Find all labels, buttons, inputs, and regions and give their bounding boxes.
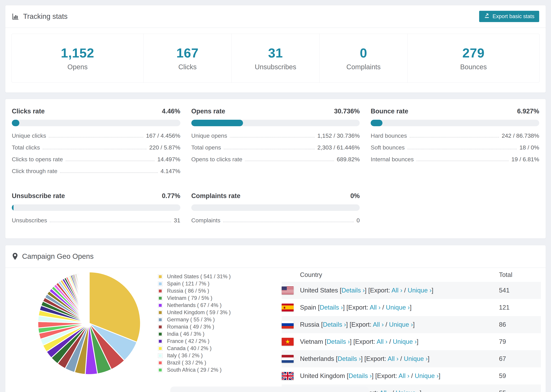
export-all-link[interactable]: All › <box>391 287 403 294</box>
page: Tracking stats Export basic stats 1,152O… <box>0 5 551 392</box>
rate-title: Bounce rate <box>371 108 408 115</box>
details-link[interactable]: Details › <box>327 338 350 345</box>
export-unique-link[interactable]: Unique › <box>396 389 420 392</box>
details-link[interactable]: Details › <box>320 304 343 311</box>
legend-item-south-africa[interactable]: South Africa ( 29 / 2% ) <box>158 366 267 373</box>
rate-metric-value: 14.497% <box>157 156 180 163</box>
rate-metric-value: 31 <box>174 217 180 224</box>
stat-value: 1,152 <box>61 45 94 60</box>
stat-value: 31 <box>268 45 283 60</box>
legend-swatch-icon <box>158 361 162 365</box>
rate-title: Complaints rate <box>191 192 240 200</box>
dotted-leader <box>410 137 499 138</box>
details-link[interactable]: Details › <box>349 372 372 379</box>
details-link[interactable]: Details › <box>338 355 361 362</box>
details-link[interactable]: Details › <box>323 321 346 328</box>
stat-value: 279 <box>462 45 485 60</box>
progress-track <box>191 120 360 126</box>
rate-value: 6.927% <box>517 108 539 115</box>
tracking-stats-title: Tracking stats <box>23 12 68 21</box>
dotted-leader <box>224 149 315 149</box>
legend-item-india[interactable]: India ( 46 / 3% ) <box>158 330 267 338</box>
rate-value: 30.736% <box>334 108 360 115</box>
legend-item-romania[interactable]: Romania ( 49 / 3% ) <box>158 323 267 330</box>
legend-label: Spain ( 121 / 7% ) <box>167 281 209 287</box>
export-unique-link[interactable]: Unique › <box>386 304 410 311</box>
rate-metric-value: 242 / 86.738% <box>502 132 539 139</box>
export-unique-link[interactable]: Unique › <box>415 372 438 379</box>
geo-header: Campaign Geo Opens <box>5 245 546 268</box>
rates-grid: Clicks rate4.46%Unique clicks167 / 4.456… <box>12 106 539 229</box>
legend-swatch-icon <box>158 289 162 293</box>
dotted-leader <box>407 149 517 149</box>
legend-label: United States ( 541 / 31% ) <box>167 273 231 280</box>
rate-metric-row: Complaints0 <box>191 217 360 224</box>
total-cell: 86 <box>499 321 541 328</box>
legend-swatch-icon <box>158 274 162 279</box>
legend-item-netherlands[interactable]: Netherlands ( 67 / 4% ) <box>158 302 267 309</box>
rate-metric-row: Unique clicks167 / 4.456% <box>12 132 180 139</box>
export-all-link[interactable]: All › <box>377 338 388 345</box>
country-cell: Netherlands [Details ›] [Export: All › /… <box>282 355 499 363</box>
rate-metric-row: Internal bounces19 / 6.81% <box>371 156 539 163</box>
legend-swatch-icon <box>158 339 162 343</box>
geo-title: Campaign Geo Opens <box>22 252 94 260</box>
country-row-es: Spain [Details ›] [Export: All › / Uniqu… <box>282 299 541 316</box>
export-all-link[interactable]: All › <box>373 321 384 328</box>
export-unique-link[interactable]: Unique › <box>404 355 428 362</box>
bar-chart-icon <box>12 13 19 20</box>
rate-panel-head: Unsubscribe rate0.77% <box>12 190 180 200</box>
legend-item-brazil[interactable]: Brazil ( 33 / 2% ) <box>158 359 267 366</box>
country-row-text: Vietnam [Details ›] [Export: All › / Uni… <box>300 338 418 345</box>
stat-label: Complaints <box>346 63 381 71</box>
legend-item-france[interactable]: France ( 42 / 2% ) <box>158 338 267 345</box>
rate-metric-value: 4.147% <box>161 168 180 175</box>
legend-swatch-icon <box>158 332 162 336</box>
export-all-link[interactable]: All › <box>388 355 399 362</box>
rate-value: 0.77% <box>162 192 180 200</box>
legend-swatch-icon <box>158 317 162 322</box>
rate-panel-unsubscribe-rate: Unsubscribe rate0.77%Unsubscribes31 <box>12 190 180 229</box>
export-basic-stats-button[interactable]: Export basic stats <box>479 11 539 22</box>
legend-item-united-states[interactable]: United States ( 541 / 31% ) <box>158 273 267 280</box>
legend-label: Netherlands ( 67 / 4% ) <box>167 302 222 308</box>
legend-item-canada[interactable]: Canada ( 40 / 2% ) <box>158 345 267 352</box>
details-link[interactable]: Details › <box>342 287 365 294</box>
legend-item-united-kingdom[interactable]: United Kingdom ( 59 / 3% ) <box>158 309 267 316</box>
legend-label: South Africa ( 29 / 2% ) <box>167 367 222 373</box>
tracking-stats-title-group: Tracking stats <box>12 12 68 21</box>
tracking-stats-card: Tracking stats Export basic stats 1,152O… <box>5 5 546 93</box>
rate-panel-head: Clicks rate4.46% <box>12 106 180 116</box>
export-unique-link[interactable]: Unique › <box>408 287 431 294</box>
legend-swatch-icon <box>158 353 162 358</box>
rate-metric-value: 18 / 0% <box>520 144 539 151</box>
rate-panel-complaints-rate: Complaints rate0%Complaints0 <box>191 190 360 229</box>
export-all-link[interactable]: All › <box>380 389 390 392</box>
legend-item-russia[interactable]: Russia ( 86 / 5% ) <box>158 287 267 294</box>
legend-item-spain[interactable]: Spain ( 121 / 7% ) <box>158 280 267 287</box>
export-all-link[interactable]: All › <box>399 372 410 379</box>
country-cell: Vietnam [Details ›] [Export: All › / Uni… <box>282 338 499 346</box>
column-header-total: Total <box>499 271 541 279</box>
gb-flag-icon <box>282 372 294 380</box>
country-row-text: United States [Details ›] [Export: All ›… <box>300 287 433 294</box>
export-unique-link[interactable]: Unique › <box>389 321 413 328</box>
legend-label: Vietnam ( 79 / 5% ) <box>167 295 212 301</box>
country-cell: Spain [Details ›] [Export: All › / Uniqu… <box>282 304 499 311</box>
dotted-leader <box>245 161 334 161</box>
country-row-nl: Netherlands [Details ›] [Export: All › /… <box>282 350 541 367</box>
export-all-link[interactable]: All › <box>370 304 381 311</box>
legend-item-vietnam[interactable]: Vietnam ( 79 / 5% ) <box>158 294 267 302</box>
rate-metric-row: Hard bounces242 / 86.738% <box>371 132 539 139</box>
legend-item-germany[interactable]: Germany ( 55 / 3% ) <box>158 316 267 323</box>
export-unique-link[interactable]: Unique › <box>393 338 417 345</box>
legend-item-italy[interactable]: Italy ( 36 / 2% ) <box>158 352 267 359</box>
stat-box-unsubscribes: 31Unsubscribes <box>231 34 319 83</box>
dotted-leader <box>417 161 509 161</box>
rate-metric-value: 689.82% <box>337 156 360 163</box>
rate-metric-row: Unsubscribes31 <box>12 217 180 224</box>
stat-value: 0 <box>360 45 367 60</box>
rate-title: Clicks rate <box>12 108 45 115</box>
rate-metric-row: Opens to clicks rate689.82% <box>191 156 360 163</box>
dotted-leader <box>60 172 158 173</box>
